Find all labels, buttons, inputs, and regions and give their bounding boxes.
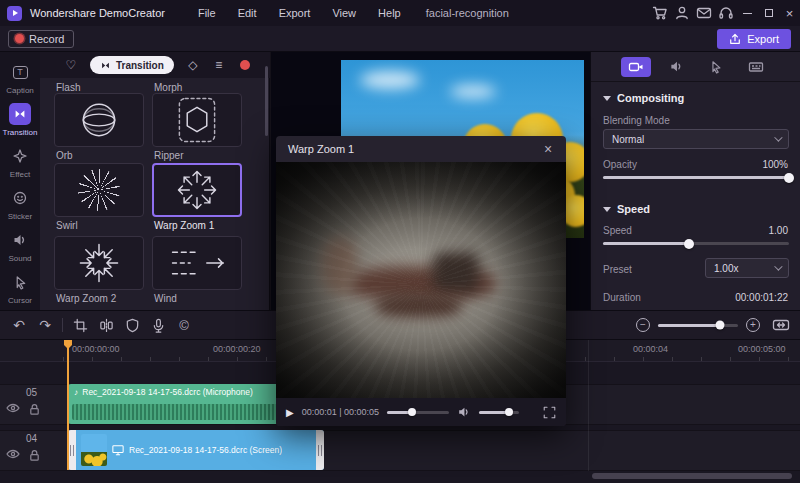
dialog-header[interactable]: Warp Zoom 1 × — [276, 136, 566, 162]
speaker-tab-icon — [669, 59, 684, 74]
titlebar-actions: × — [649, 0, 800, 26]
clip-trim-handle-left[interactable] — [68, 430, 76, 470]
sound-icon — [9, 229, 31, 251]
cloud-art — [360, 71, 420, 89]
tab-audio-properties[interactable] — [661, 57, 691, 77]
timeline-divider — [588, 340, 589, 471]
headset-icon[interactable] — [715, 0, 737, 26]
preview-volume-slider[interactable] — [479, 411, 519, 414]
diamond-tab-icon[interactable]: ◇ — [180, 58, 206, 72]
menu-view[interactable]: View — [321, 0, 367, 26]
cart-icon[interactable] — [649, 0, 671, 26]
export-button[interactable]: Export — [717, 29, 791, 49]
record-dot-tab-icon[interactable] — [232, 60, 258, 70]
mail-icon[interactable] — [693, 0, 715, 26]
titlebar: Wondershare DemoCreator File Edit Export… — [0, 0, 800, 26]
transition-preview-video[interactable] — [276, 162, 566, 398]
zoom-slider-handle[interactable] — [716, 321, 725, 330]
sidebar-item-effect[interactable]: Effect — [0, 142, 40, 182]
transition-ripper[interactable] — [152, 93, 242, 147]
track-number: 04 — [26, 433, 37, 444]
blending-mode-select[interactable]: Normal — [603, 129, 789, 149]
transition-wind[interactable] — [152, 236, 242, 290]
sidebar-item-sound[interactable]: Sound — [0, 226, 40, 266]
track-visibility-eye-icon[interactable] — [6, 449, 20, 459]
progress-handle[interactable] — [408, 408, 416, 416]
record-button[interactable]: Record — [8, 30, 74, 48]
list-tab-icon[interactable]: ≡ — [206, 58, 232, 72]
compositing-section-header[interactable]: Compositing — [603, 92, 684, 104]
close-button[interactable]: × — [779, 0, 800, 26]
sidebar-item-caption[interactable]: T Caption — [0, 58, 40, 98]
tab-screen-properties[interactable] — [741, 57, 771, 77]
transition-morph-label[interactable]: Morph — [154, 82, 182, 93]
transition-swirl[interactable] — [54, 163, 144, 217]
transition-warp-zoom-2[interactable] — [54, 236, 144, 290]
maximize-button[interactable] — [758, 0, 779, 26]
crop-icon[interactable] — [67, 310, 93, 340]
speed-section-header[interactable]: Speed — [603, 203, 650, 215]
preview-progress-slider[interactable] — [387, 411, 449, 414]
redo-icon[interactable]: ↷ — [32, 310, 58, 340]
transition-flash-label[interactable]: Flash — [56, 82, 80, 93]
split-icon[interactable] — [93, 310, 119, 340]
menu-file[interactable]: File — [187, 0, 227, 26]
sidebar-item-transition[interactable]: Transition — [0, 100, 40, 140]
play-button[interactable]: ▶ — [286, 407, 294, 418]
timeline-zoom-controls: − + — [636, 317, 800, 333]
collapse-triangle-icon — [603, 96, 611, 101]
record-icon — [15, 34, 24, 43]
transition-preview-dialog: Warp Zoom 1 × ▶ 00:00:01 | 00:00:05 — [276, 136, 566, 426]
shield-icon[interactable] — [119, 310, 145, 340]
opacity-slider-handle[interactable] — [784, 173, 794, 183]
menu-help[interactable]: Help — [367, 0, 412, 26]
speed-slider-handle[interactable] — [684, 239, 694, 249]
clip-trim-handle-right[interactable] — [316, 430, 324, 470]
opacity-label: Opacity — [603, 159, 637, 170]
transitions-scrollbar[interactable] — [265, 66, 268, 136]
fullscreen-button[interactable] — [543, 406, 556, 419]
tab-video-properties[interactable] — [621, 57, 651, 77]
microphone-icon[interactable] — [145, 310, 171, 340]
minimize-button[interactable] — [737, 0, 758, 26]
tab-transition-active[interactable]: Transition — [90, 56, 174, 74]
undo-icon[interactable]: ↶ — [6, 310, 32, 340]
fit-timeline-button[interactable] — [772, 317, 790, 333]
zoom-in-button[interactable]: + — [746, 318, 760, 332]
track-visibility-eye-icon[interactable] — [6, 403, 20, 413]
favorites-heart-icon[interactable]: ♡ — [58, 58, 84, 72]
video-clip-screen[interactable]: Rec_2021-09-18 14-17-56.dcrc (Screen) — [68, 430, 324, 470]
dialog-close-icon[interactable]: × — [540, 141, 556, 157]
timeline-horizontal-scrollbar[interactable] — [592, 473, 792, 479]
preset-select[interactable]: 1.00x — [705, 258, 789, 278]
preview-controls: ▶ 00:00:01 | 00:00:05 — [276, 398, 566, 426]
volume-handle[interactable] — [505, 408, 513, 416]
volume-icon[interactable] — [457, 405, 471, 419]
transition-warp-zoom-1[interactable] — [152, 163, 242, 217]
export-label: Export — [747, 33, 779, 45]
copyright-icon[interactable]: © — [171, 310, 197, 340]
transition-orb[interactable] — [54, 93, 144, 147]
user-icon[interactable] — [671, 0, 693, 26]
track-lock-icon[interactable] — [28, 403, 41, 415]
menu-edit[interactable]: Edit — [227, 0, 268, 26]
audio-waveform — [72, 404, 285, 420]
timeline-zoom-slider[interactable] — [658, 324, 738, 327]
maximize-icon — [765, 9, 773, 17]
sidebar-item-cursor[interactable]: Cursor — [0, 268, 40, 308]
menu-export[interactable]: Export — [268, 0, 322, 26]
playhead[interactable] — [67, 340, 69, 470]
track-lock-icon[interactable] — [28, 449, 41, 461]
tab-cursor-properties[interactable] — [701, 57, 731, 77]
opacity-slider[interactable] — [603, 176, 789, 179]
ruler-label: 00:00:04 — [633, 344, 668, 354]
blending-mode-label: Blending Mode — [603, 115, 670, 126]
collapse-triangle-icon — [603, 207, 611, 212]
transitions-grid: Flash Morph Orb Ripper Swirl — [40, 78, 270, 310]
opacity-value: 100% — [762, 159, 788, 170]
properties-tab-bar — [591, 52, 800, 82]
zoom-out-button[interactable]: − — [636, 318, 650, 332]
speed-slider[interactable] — [603, 242, 789, 245]
audio-clip-microphone[interactable]: ♪ Rec_2021-09-18 14-17-56.dcrc (Micropho… — [68, 384, 289, 424]
sidebar-item-sticker[interactable]: Sticker — [0, 184, 40, 224]
